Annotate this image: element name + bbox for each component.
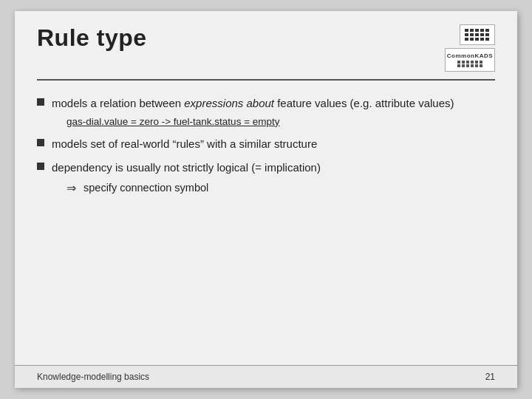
grid-cell bbox=[470, 29, 474, 32]
arrow-item-text: specify connection symbol bbox=[83, 180, 208, 195]
footer-course-label: Knowledge-modelling basics bbox=[37, 372, 149, 382]
grid-cell bbox=[465, 29, 468, 32]
grid-cell bbox=[475, 33, 479, 36]
sub-bullet-group: ⇒ specify connection symbol bbox=[52, 180, 495, 197]
bullet-item-3: dependency is usually not strictly logic… bbox=[37, 160, 495, 197]
slide-content: models a relation between expressions ab… bbox=[15, 81, 517, 365]
grid-cell bbox=[485, 38, 489, 41]
grid-cell bbox=[480, 33, 484, 36]
grid-cell bbox=[470, 38, 474, 41]
bullet-square-icon bbox=[37, 163, 44, 170]
bullet-item-2: models set of real-world “rules” with a … bbox=[37, 136, 495, 152]
bullet-text-2: models set of real-world “rules” with a … bbox=[52, 136, 495, 152]
ckads-dot bbox=[466, 61, 469, 64]
bullet-text-1: models a relation between expressions ab… bbox=[52, 95, 495, 129]
footer-page-number: 21 bbox=[485, 372, 495, 382]
grid-cell bbox=[465, 33, 468, 36]
ckads-label: CommonKADS bbox=[447, 52, 493, 59]
uba-logo bbox=[460, 24, 495, 45]
ckads-dot bbox=[475, 64, 478, 67]
ckads-dot bbox=[466, 64, 469, 67]
logo-area: CommonKADS bbox=[445, 24, 495, 72]
ckads-logo-inner: CommonKADS bbox=[447, 52, 493, 67]
grid-cell bbox=[480, 38, 484, 41]
ckads-dot bbox=[480, 64, 482, 67]
ckads-dot bbox=[471, 61, 474, 64]
slide: Rule type bbox=[15, 11, 517, 388]
grid-cell bbox=[465, 38, 468, 41]
bullet-text-3: dependency is usually not strictly logic… bbox=[52, 160, 495, 197]
slide-title: Rule type bbox=[37, 24, 147, 52]
grid-cell bbox=[480, 29, 484, 32]
ckads-dot bbox=[471, 64, 474, 67]
grid-cell bbox=[470, 33, 474, 36]
grid-cell bbox=[485, 33, 489, 36]
ckads-dot bbox=[480, 61, 482, 64]
bullet-square-icon bbox=[37, 139, 44, 146]
ckads-dots bbox=[457, 61, 483, 67]
ckads-dot bbox=[457, 61, 460, 64]
italic-text: expressions about bbox=[184, 97, 274, 109]
grid-cell bbox=[485, 29, 489, 32]
bullet-item-1: models a relation between expressions ab… bbox=[37, 95, 495, 129]
ckads-dot bbox=[457, 64, 460, 67]
arrow-icon: ⇒ bbox=[66, 180, 76, 197]
ckads-dot bbox=[475, 61, 478, 64]
grid-cell bbox=[475, 29, 479, 32]
uba-logo-grid bbox=[465, 29, 490, 41]
bullet-square-icon bbox=[37, 98, 44, 106]
ckads-dot bbox=[462, 64, 465, 67]
ckads-dot bbox=[462, 61, 465, 64]
slide-header: Rule type bbox=[15, 11, 517, 72]
slide-footer: Knowledge-modelling basics 21 bbox=[15, 365, 517, 388]
arrow-item-1: ⇒ specify connection symbol bbox=[66, 180, 495, 197]
sub-item-code: gas-dial.value = zero -> fuel-tank.statu… bbox=[66, 115, 495, 129]
grid-cell bbox=[475, 38, 479, 41]
commonkads-logo: CommonKADS bbox=[445, 48, 495, 72]
